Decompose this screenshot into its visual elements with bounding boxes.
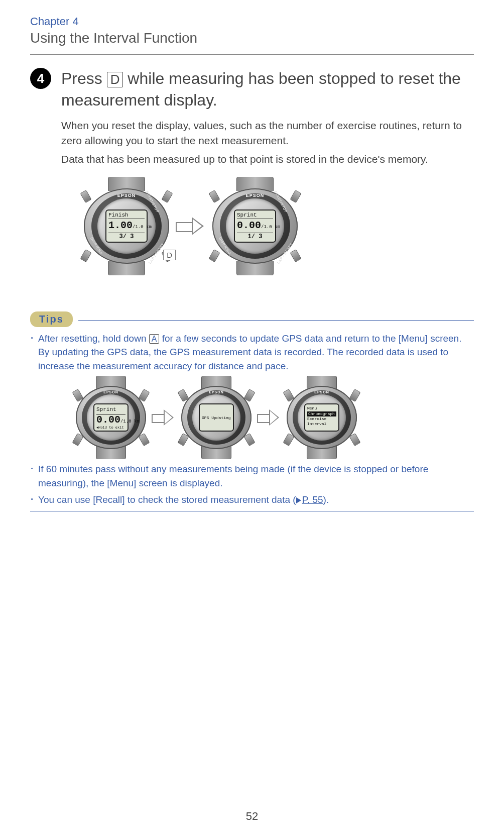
watch-brand: EPSON bbox=[209, 390, 224, 395]
keycap-a: A bbox=[149, 334, 160, 344]
menu-item: Exercise bbox=[307, 416, 336, 422]
watch-screen: Sprint 0.00/1.0 km ◀Hold to exit bbox=[93, 403, 129, 432]
screen-unit: /1.0 km bbox=[133, 225, 152, 230]
screen-unit: /1.0 km bbox=[261, 225, 280, 230]
keycap-d: D bbox=[107, 72, 123, 87]
screen-value: 0.00 bbox=[237, 220, 261, 231]
screen-status: GPS Updating bbox=[202, 406, 231, 421]
tip-text: ). bbox=[323, 494, 329, 505]
step-title: Press D while measuring has been stopped… bbox=[61, 68, 474, 111]
watch-brand: EPSON bbox=[103, 390, 118, 395]
step-body-text: Data that has been measured up to that p… bbox=[61, 152, 474, 166]
watch-illustration: EPSON GPS Updating bbox=[179, 380, 254, 455]
menu-title: Menu bbox=[307, 406, 336, 411]
tip-item: You can use [Recall] to check the stored… bbox=[30, 493, 474, 507]
watch-screen: Sprint 0.00/1.0 km 1/ 3 bbox=[234, 210, 276, 243]
page-link[interactable]: P. 55 bbox=[302, 494, 323, 505]
tips-badge: Tips bbox=[30, 311, 73, 327]
tip-text: You can use [Recall] to check the stored… bbox=[38, 494, 296, 505]
page-number: 52 bbox=[246, 810, 258, 823]
chapter-label: Chapter 4 bbox=[30, 15, 474, 28]
step-number-badge: 4 bbox=[30, 68, 51, 89]
watch-brand: EPSON bbox=[117, 193, 136, 198]
menu-item: Interval bbox=[307, 422, 336, 427]
divider bbox=[30, 54, 474, 55]
watch-illustration: EPSON START/STOP LAP / RESET DISP./CHG. … bbox=[210, 181, 300, 271]
watch-illustration: EPSON START/STOP LAP / RESET DISP./CHG. … bbox=[81, 181, 172, 271]
key-callout-d: D bbox=[163, 250, 176, 260]
screen-hint: ◀Hold to exit bbox=[96, 425, 125, 430]
step-title-text: Press bbox=[61, 69, 107, 87]
screen-counter: 3/ 3 bbox=[108, 233, 145, 240]
watch-brand: EPSON bbox=[246, 193, 265, 198]
screen-unit: /1.0 km bbox=[120, 419, 140, 424]
watch-illustration: EPSON Menu Chronograph Exercise Interval bbox=[284, 380, 359, 455]
divider bbox=[78, 320, 474, 321]
tip-text: After resetting, hold down bbox=[38, 333, 149, 344]
watch-screen: Finish 1.00/1.0 km 3/ 3 bbox=[105, 210, 148, 243]
watch-illustration: EPSON Sprint 0.00/1.0 km ◀Hold to exit bbox=[73, 380, 149, 455]
watch-screen: GPS Updating bbox=[199, 403, 234, 432]
screen-mode: Finish bbox=[108, 212, 145, 219]
link-arrow-icon bbox=[296, 497, 301, 503]
step-body-text: When you reset the display, values, such… bbox=[61, 118, 474, 148]
divider bbox=[30, 511, 474, 511]
watch-screen: Menu Chronograph Exercise Interval bbox=[304, 403, 339, 432]
section-title: Using the Interval Function bbox=[30, 30, 474, 46]
screen-counter: 1/ 3 bbox=[237, 233, 273, 240]
arrow-icon bbox=[176, 215, 206, 237]
tip-item: If 60 minutes pass without any measureme… bbox=[30, 462, 474, 490]
tip-item: After resetting, hold down A for a few s… bbox=[30, 332, 474, 456]
menu-item-selected: Chronograph bbox=[307, 411, 336, 416]
screen-value: 1.00 bbox=[108, 220, 133, 231]
arrow-icon bbox=[152, 408, 176, 427]
step-body: When you reset the display, values, such… bbox=[61, 118, 474, 166]
screen-mode: Sprint bbox=[237, 212, 273, 219]
screen-value: 0.00 bbox=[96, 414, 120, 426]
arrow-icon bbox=[257, 408, 281, 427]
watch-brand: EPSON bbox=[314, 390, 329, 395]
